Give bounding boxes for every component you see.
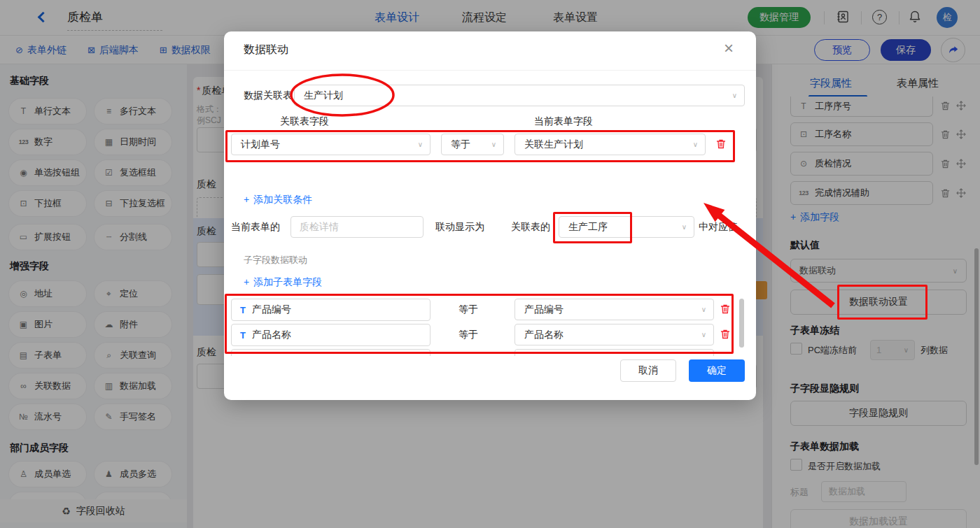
relation-field-select[interactable]: 生产工序∨ <box>559 216 694 238</box>
add-subfield-label: 添加子表单字段 <box>253 276 322 289</box>
chevron-down-icon: ∨ <box>693 141 698 148</box>
relation-table-value: 生产计划 <box>304 90 343 102</box>
app-root: 质检单 表单设计 流程设定 表单设置 数据管理 ? 检 ⊘表单外链 ⊠后端脚本 … <box>0 0 980 528</box>
add-condition-link[interactable]: +添加关联条件 <box>244 194 312 206</box>
relation-table-of-label: 关联表的 <box>511 221 550 234</box>
subfield-operator: 等于 <box>458 329 478 341</box>
chevron-down-icon: ∨ <box>701 331 706 338</box>
subfield-source-label: 产品编号 <box>252 304 291 316</box>
subfield-section-label: 子字段数据联动 <box>244 254 307 266</box>
display-as-label: 联动显示为 <box>435 221 484 234</box>
subfield-target-value: 产品名称 <box>524 329 564 341</box>
subfield-source-box[interactable]: T产品编号 <box>231 299 430 321</box>
close-icon[interactable]: × <box>724 38 734 58</box>
plus-icon: + <box>244 194 249 206</box>
condition-operator-value: 等于 <box>451 138 470 151</box>
delete-subfield-icon[interactable] <box>720 329 731 343</box>
delete-subfield-icon[interactable] <box>720 304 731 317</box>
chevron-down-icon: ∨ <box>732 92 737 99</box>
plus-icon: + <box>244 276 249 289</box>
value-suffix-label: 中对应值 <box>699 221 738 234</box>
chevron-down-icon: ∨ <box>418 141 423 148</box>
current-form-field-input[interactable]: 质检详情 <box>290 216 424 238</box>
delete-condition-icon[interactable] <box>715 138 727 152</box>
column-header-relation-field: 关联表字段 <box>255 115 354 128</box>
relation-table-select[interactable]: 生产计划∨ <box>294 85 745 106</box>
cancel-button[interactable]: 取消 <box>620 359 676 382</box>
subfield-source-box-partial <box>231 349 430 356</box>
chevron-down-icon: ∨ <box>701 306 706 313</box>
column-header-current-form-field: 当前表单字段 <box>514 115 612 128</box>
chevron-down-icon: ∨ <box>682 223 687 231</box>
condition-target-value: 关联生产计划 <box>524 138 583 151</box>
subfield-operator: 等于 <box>458 304 478 316</box>
relation-table-label: 数据关联表 <box>244 90 293 102</box>
condition-field-value: 计划单号 <box>241 138 280 151</box>
confirm-button[interactable]: 确定 <box>689 359 745 382</box>
text-icon: T <box>240 330 246 341</box>
subfield-target-value: 产品编号 <box>524 304 564 316</box>
condition-operator-select[interactable]: 等于∨ <box>441 134 504 155</box>
subfield-target-select[interactable]: 产品编号∨ <box>514 299 714 320</box>
subfield-target-select-partial <box>514 349 714 356</box>
add-subfield-link[interactable]: +添加子表单字段 <box>244 276 322 289</box>
text-icon: T <box>240 305 246 315</box>
subfield-source-box[interactable]: T产品名称 <box>231 324 430 346</box>
modal-scrollbar[interactable] <box>739 299 744 348</box>
subfield-target-select[interactable]: 产品名称∨ <box>514 324 714 345</box>
condition-field-select[interactable]: 计划单号∨ <box>231 134 430 155</box>
modal-title: 数据联动 <box>244 43 288 57</box>
data-linkage-modal: 数据联动 × 数据关联表 生产计划∨ 关联表字段 当前表单字段 计划单号∨ 等于… <box>224 31 756 400</box>
chevron-down-icon: ∨ <box>491 141 496 148</box>
subfield-source-label: 产品名称 <box>252 329 291 341</box>
add-condition-label: 添加关联条件 <box>253 194 312 206</box>
divider <box>224 70 756 71</box>
condition-target-select[interactable]: 关联生产计划∨ <box>514 134 706 155</box>
subfield-rows-scroll-area: T产品编号 等于 产品编号∨ T产品名称 等于 产品名称∨ <box>224 296 756 356</box>
relation-field-value: 生产工序 <box>568 221 608 234</box>
current-form-label: 当前表单的 <box>231 221 280 234</box>
